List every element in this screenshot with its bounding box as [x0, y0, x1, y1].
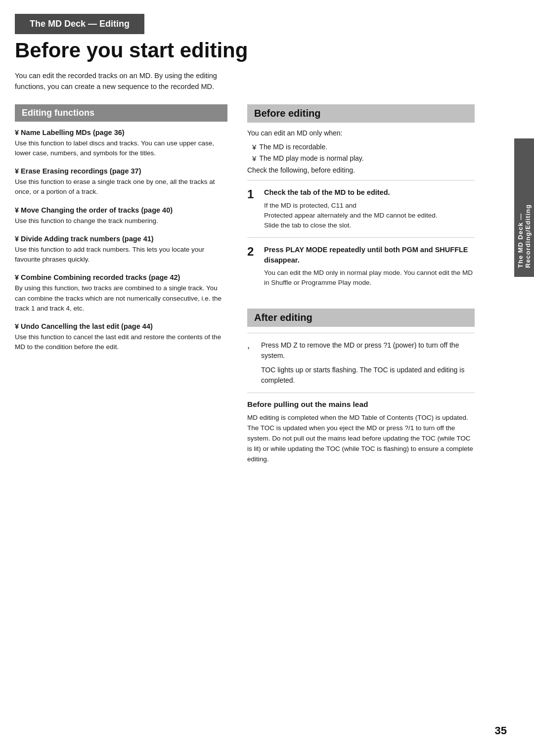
function-desc: Use this function to add track numbers. …: [15, 245, 227, 265]
function-title: ¥ Divide Adding track numbers (page 41): [15, 235, 227, 243]
step-detail: If the MD is protected, C11 and Protecte…: [264, 201, 475, 231]
step-detail: You can edit the MD only in normal play …: [264, 268, 475, 288]
function-desc: Use this function to cancel the last edi…: [15, 332, 227, 353]
function-title: ¥ Move Changing the order of tracks (pag…: [15, 206, 227, 214]
col-left: Editing functions ¥ Name Labelling MDs (…: [15, 104, 227, 465]
page-wrapper: The MD Deck — Editing Before you start e…: [0, 0, 534, 756]
function-title: ¥ Erase Erasing recordings (page 37): [15, 167, 227, 175]
step-main: Press PLAY MODE repeatedly until both PG…: [264, 245, 475, 265]
bullet-text: The MD play mode is normal play.: [259, 153, 363, 164]
top-banner: The MD Deck — Editing: [15, 14, 144, 34]
check-note: Check the following, before editing.: [247, 166, 475, 174]
after-step-detail: TOC lights up or starts flashing. The TO…: [261, 365, 475, 386]
function-title: ¥ Undo Cancelling the last edit (page 44…: [15, 322, 227, 330]
page-title: Before you start editing: [15, 39, 519, 62]
after-step-main: Press MD Z to remove the MD or press ?1 …: [261, 340, 475, 361]
list-item: ¥ Undo Cancelling the last edit (page 44…: [15, 322, 227, 355]
step-content: Press PLAY MODE repeatedly until both PG…: [264, 245, 475, 288]
mains-lead-title: Before pulling out the mains lead: [247, 400, 475, 409]
top-banner-text: The MD Deck — Editing: [30, 19, 130, 29]
step-item: 1 Check the tab of the MD to be edited. …: [247, 180, 475, 237]
page-number: 35: [495, 724, 507, 737]
bullet-item: ¥ The MD play mode is normal play.: [252, 153, 475, 165]
list-item: ¥ Name Labelling MDs (page 36) Use this …: [15, 129, 227, 161]
side-tab-text: The MD Deck — Recording/Editing: [517, 147, 532, 268]
function-desc: Use this function to change the track nu…: [15, 216, 227, 226]
col-right: Before editing You can edit an MD only w…: [247, 104, 475, 465]
bullet-yen-icon: ¥: [252, 153, 256, 165]
mains-lead-text: MD editing is completed when the MD Tabl…: [247, 413, 475, 465]
step-number: 2: [247, 245, 258, 288]
columns: Editing functions ¥ Name Labelling MDs (…: [15, 104, 519, 465]
list-item: ¥ Move Changing the order of tracks (pag…: [15, 206, 227, 228]
intro-text: You can edit the recorded tracks on an M…: [15, 71, 227, 92]
after-editing-header: After editing: [247, 309, 475, 327]
list-item: ¥ Combine Combining recorded tracks (pag…: [15, 273, 227, 315]
after-step-content: Press MD Z to remove the MD or press ?1 …: [261, 340, 475, 386]
function-desc: Use this function to label discs and tra…: [15, 138, 227, 159]
function-desc: Use this function to erase a single trac…: [15, 177, 227, 197]
function-list: ¥ Name Labelling MDs (page 36) Use this …: [15, 129, 227, 355]
function-desc: By using this function, two tracks are c…: [15, 283, 227, 313]
bullet-yen-icon: ¥: [252, 142, 256, 153]
step-item: 2 Press PLAY MODE repeatedly until both …: [247, 237, 475, 295]
list-item: ¥ Divide Adding track numbers (page 41) …: [15, 235, 227, 267]
before-editing-header: Before editing: [247, 104, 475, 123]
after-editing-section: After editing , Press MD Z to remove the…: [247, 309, 475, 465]
before-editing-section: Before editing You can edit an MD only w…: [247, 104, 475, 295]
step-main: Check the tab of the MD to be edited.: [264, 187, 475, 197]
function-title: ¥ Name Labelling MDs (page 36): [15, 129, 227, 136]
step-content: Check the tab of the MD to be edited. If…: [264, 187, 475, 230]
after-step-comma: ,: [247, 340, 255, 386]
function-title: ¥ Combine Combining recorded tracks (pag…: [15, 273, 227, 281]
editing-functions-header: Editing functions: [15, 104, 227, 122]
side-tab: The MD Deck — Recording/Editing: [514, 138, 534, 277]
bullet-text: The MD is recordable.: [259, 142, 327, 152]
mains-lead-section: Before pulling out the mains lead MD edi…: [247, 393, 475, 465]
step-number: 1: [247, 187, 258, 230]
before-editing-intro: You can edit an MD only when:: [247, 129, 475, 138]
bullet-item: ¥ The MD is recordable.: [252, 142, 475, 153]
steps-list: 1 Check the tab of the MD to be edited. …: [247, 180, 475, 295]
after-step: , Press MD Z to remove the MD or press ?…: [247, 333, 475, 393]
list-item: ¥ Erase Erasing recordings (page 37) Use…: [15, 167, 227, 199]
